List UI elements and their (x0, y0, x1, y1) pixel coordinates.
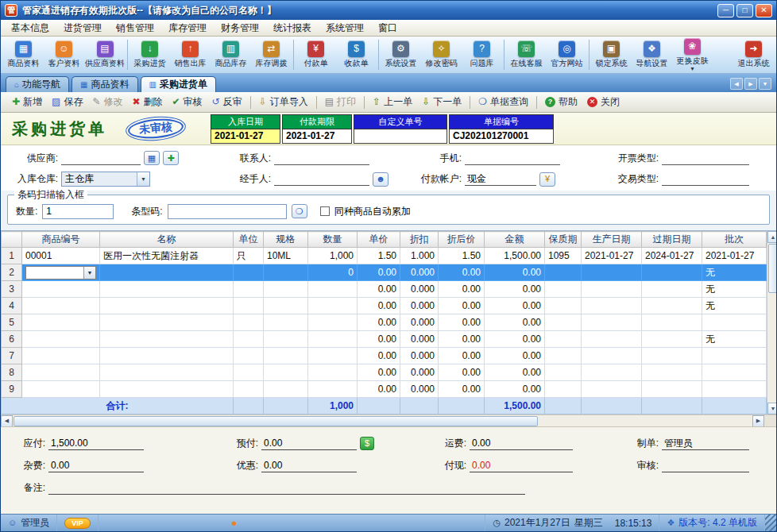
menu-item-5[interactable]: 财务管理 (214, 20, 266, 37)
menu-item-4[interactable]: 库存管理 (161, 20, 214, 37)
grid-cell[interactable] (100, 314, 234, 331)
toolbar-support-button[interactable]: ☏在线客服 (506, 40, 547, 70)
grid-cell[interactable] (702, 364, 767, 381)
handler-input[interactable] (274, 172, 369, 186)
column-header[interactable]: 折扣 (400, 232, 439, 248)
scroll-down-button[interactable]: ▼ (767, 403, 777, 414)
grid-cell[interactable]: 0.00 (358, 381, 400, 398)
grid-cell[interactable]: 1,000 (308, 248, 358, 264)
scroll-left-button[interactable]: ◀ (1, 415, 13, 427)
grid-cell[interactable]: 0.00 (439, 331, 485, 348)
column-header[interactable]: 金额 (485, 232, 545, 248)
grid-cell[interactable] (642, 314, 702, 331)
grid-cell[interactable]: 0.000 (400, 348, 439, 364)
query-button[interactable]: ❍单据查询 (474, 94, 533, 110)
grid-cell[interactable]: 0.00 (439, 314, 485, 331)
grid-cell[interactable] (22, 281, 100, 298)
grid-cell[interactable] (308, 331, 358, 348)
horizontal-scrollbar[interactable]: ◀ ▶ (1, 414, 776, 426)
toolbar-lock-button[interactable]: ▣锁定系统 (591, 40, 632, 70)
grid-cell[interactable] (582, 381, 642, 398)
column-header[interactable]: 过期日期 (642, 232, 702, 248)
grid-cell[interactable]: 0.00 (358, 364, 400, 381)
grid-cell[interactable]: 2021-01-27 (582, 248, 642, 264)
grid-cell[interactable] (545, 381, 582, 398)
edit-button[interactable]: ✎修改 (87, 94, 127, 110)
grid-cell[interactable]: 医用一次性无菌注射器 (100, 248, 234, 264)
grid-cell[interactable] (234, 314, 264, 331)
toolbar-skin-button[interactable]: ❀更换皮肤▾ (672, 37, 713, 73)
grid-cell[interactable]: 0.00 (439, 364, 485, 381)
grid-cell[interactable] (308, 364, 358, 381)
grid-cell[interactable] (545, 331, 582, 348)
handler-pick-button[interactable]: ☻ (373, 172, 388, 187)
in-date-value[interactable]: 2021-01-27 (211, 129, 280, 144)
close-doc-button[interactable]: ✕关闭 (582, 94, 624, 110)
toolbar-goods-button[interactable]: ▦商品资料 (3, 40, 44, 70)
auto-accumulate-checkbox[interactable] (320, 206, 330, 216)
misc-value[interactable]: 0.00 (48, 459, 144, 472)
toolbar-faq-button[interactable]: ?问题库 (462, 40, 502, 70)
row-number[interactable]: 3 (2, 281, 22, 298)
toolbar-password-button[interactable]: ✧修改密码 (421, 40, 462, 70)
column-header[interactable]: 生产日期 (582, 232, 642, 248)
grid-cell[interactable] (642, 264, 702, 281)
column-header[interactable]: 批次 (702, 232, 767, 248)
toolbar-suppliers-button[interactable]: ▤供应商资料 (84, 40, 126, 70)
grid-cell[interactable]: 1.000 (400, 248, 439, 264)
grid-cell[interactable] (308, 314, 358, 331)
mobile-input[interactable] (465, 152, 560, 165)
prepaid-pick-button[interactable]: $ (360, 437, 374, 450)
pay-due-value[interactable]: 2021-01-27 (282, 129, 352, 144)
toolbar-receipt-button[interactable]: $收款单 (336, 40, 377, 70)
grid-cell[interactable]: 无 (702, 331, 767, 348)
scroll-up-button[interactable]: ▲ (767, 231, 777, 243)
grid-cell[interactable] (582, 331, 642, 348)
toolbar-transfer-button[interactable]: ⇄库存调拨 (251, 40, 292, 70)
grid-cell[interactable] (582, 264, 642, 281)
tab-purchase-order[interactable]: ▥采购进货单 (141, 76, 216, 92)
grid-cell[interactable]: 0.00 (439, 298, 485, 314)
column-header[interactable]: 单位 (234, 232, 264, 248)
grid-cell[interactable]: 只 (234, 248, 264, 264)
toolbar-exit-button[interactable]: ➜退出系统 (733, 40, 774, 70)
grid-cell[interactable] (100, 281, 234, 298)
barcode-input[interactable] (168, 204, 287, 219)
grid-cell[interactable]: 0.000 (400, 281, 439, 298)
grid-cell[interactable]: 0.00 (485, 381, 545, 398)
discount-value[interactable]: 0.00 (261, 459, 357, 472)
grid-cell[interactable] (545, 264, 582, 281)
grid-cell[interactable]: 0.00 (485, 298, 545, 314)
grid-cell[interactable] (308, 298, 358, 314)
grid-cell[interactable] (545, 314, 582, 331)
supplier-input[interactable] (61, 152, 141, 165)
doc-no-value[interactable]: CJ202101270001 (449, 129, 554, 144)
grid-cell[interactable]: ▼ (22, 264, 100, 281)
row-number[interactable]: 6 (2, 331, 22, 348)
warehouse-combo[interactable]: 主仓库 ▼ (61, 172, 150, 187)
prepaid-value[interactable]: 0.00 (261, 437, 357, 450)
product-code-combo[interactable]: ▼ (25, 266, 96, 279)
toolbar-customers-button[interactable]: ☺客户资料 (44, 40, 84, 70)
grid-cell[interactable]: 0.00 (358, 314, 400, 331)
scroll-right-button[interactable]: ▶ (752, 415, 764, 427)
grid-cell[interactable] (234, 381, 264, 398)
tab-function-nav[interactable]: ⌂功能导航 (6, 76, 69, 92)
toolbar-sales-out-button[interactable]: ↑销售出库 (170, 40, 211, 70)
horizontal-scroll-thumb[interactable] (14, 416, 538, 426)
pay-account-value[interactable]: 现金 (465, 172, 536, 186)
grid-cell[interactable] (234, 264, 264, 281)
grid-cell[interactable]: 1095 (545, 248, 582, 264)
grid-cell[interactable]: 0.00 (439, 281, 485, 298)
grid-cell[interactable] (264, 298, 308, 314)
new-button[interactable]: ✚新增 (7, 94, 47, 110)
grid-cell[interactable]: 0.000 (400, 381, 439, 398)
grid-cell[interactable] (264, 364, 308, 381)
pay-account-button[interactable]: ¥ (539, 172, 555, 187)
grid-cell[interactable] (264, 381, 308, 398)
grid-cell[interactable]: 1.50 (358, 248, 400, 264)
trade-type-input[interactable] (662, 172, 749, 186)
grid-cell[interactable]: 0.000 (400, 331, 439, 348)
grid-cell[interactable] (545, 281, 582, 298)
toolbar-settings-button[interactable]: ⚙系统设置 (381, 40, 421, 70)
